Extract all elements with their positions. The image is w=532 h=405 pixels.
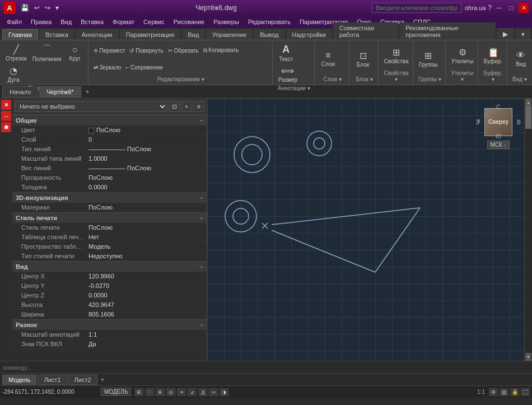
tab-addons[interactable]: Надстройки bbox=[286, 29, 332, 40]
tool-rotate[interactable]: ↺ Повернуть bbox=[128, 43, 165, 59]
tool-text[interactable]: A Текст bbox=[276, 43, 296, 63]
section-view-header[interactable]: Вид − bbox=[12, 261, 207, 272]
tool-groups[interactable]: ⊞ Группы bbox=[417, 43, 440, 75]
transparency-icon[interactable]: ◑ bbox=[220, 388, 228, 396]
tab-collab[interactable]: Совместная работа bbox=[333, 22, 398, 40]
tool-view[interactable]: 👁 Вид bbox=[511, 43, 531, 75]
viewcube[interactable]: Сверху С В Ю З 3 МСК ↓ bbox=[476, 104, 521, 149]
doc-tab-drawing[interactable]: Чертёж6* bbox=[39, 86, 81, 97]
props-quickselect-btn[interactable]: ⊡ bbox=[169, 101, 180, 112]
menu-view[interactable]: Вид bbox=[56, 17, 76, 26]
workspace-icon[interactable]: ▤ bbox=[500, 388, 508, 396]
dyn-icon[interactable]: Д bbox=[198, 388, 207, 396]
section-print-collapse[interactable]: − bbox=[200, 215, 203, 221]
tool-clipboard[interactable]: 📋 Буфер. bbox=[482, 43, 505, 69]
tool-utilities[interactable]: ⚙ Утилиты bbox=[449, 43, 475, 69]
maximize-button[interactable]: □ bbox=[506, 3, 516, 13]
menu-modify[interactable]: Редактировать bbox=[244, 17, 295, 26]
section-general-collapse[interactable]: − bbox=[200, 118, 203, 124]
edit-group-label[interactable]: Редактирование bbox=[92, 75, 270, 83]
view-group-label[interactable]: Вид bbox=[511, 75, 529, 83]
tab-manage[interactable]: Управление bbox=[206, 29, 253, 40]
tab-annotations[interactable]: Аннотации bbox=[76, 29, 119, 40]
help-icon[interactable]: ? bbox=[488, 4, 492, 12]
section-3d-collapse[interactable]: − bbox=[200, 195, 203, 201]
polar-icon[interactable]: ⊕ bbox=[156, 388, 165, 396]
tool-properties[interactable]: ⊞ Свойства bbox=[382, 43, 410, 69]
menu-insert[interactable]: Вставка bbox=[76, 17, 108, 26]
doc-tab-start[interactable]: Начало bbox=[2, 86, 38, 97]
tool-mirror[interactable]: ⇄ Зеркало bbox=[92, 60, 123, 76]
tool-line[interactable]: ╱ Отрезок bbox=[3, 43, 29, 63]
search-input[interactable] bbox=[372, 3, 461, 13]
ucs-icon[interactable]: ⊿ bbox=[188, 388, 197, 396]
linewidth-icon[interactable]: ═ bbox=[209, 388, 218, 396]
redo-quick-btn[interactable]: ↪ bbox=[43, 3, 52, 13]
status-settings-icon[interactable]: ⚙ bbox=[489, 388, 498, 396]
scrollbar-down-btn[interactable]: ▼ bbox=[525, 353, 531, 361]
section-misc-header[interactable]: Разное − bbox=[12, 319, 207, 330]
otrack-icon[interactable]: ∞ bbox=[177, 388, 186, 396]
tool-move[interactable]: ✛ Перемест bbox=[92, 43, 127, 59]
grid-icon[interactable]: ⊞ bbox=[134, 388, 143, 396]
model-tab-add[interactable]: + bbox=[99, 375, 107, 385]
utilities-group-label[interactable]: Утилиты bbox=[449, 69, 475, 83]
side-btn-options[interactable]: ✱ bbox=[1, 122, 11, 132]
tab-extra[interactable]: ▾ bbox=[515, 29, 531, 40]
section-3d-header[interactable]: 3D-визуализация − bbox=[12, 192, 207, 203]
layers-group-label[interactable]: Слои bbox=[318, 75, 347, 83]
model-tab-sheet1[interactable]: Лист1 bbox=[38, 375, 67, 385]
menu-draw[interactable]: Рисование bbox=[169, 17, 209, 26]
properties-group-label[interactable]: Свойства bbox=[382, 69, 410, 83]
scrollbar-thumb[interactable] bbox=[525, 106, 531, 129]
lock-icon[interactable]: 🔒 bbox=[510, 388, 519, 396]
snap-icon[interactable]: ∷ bbox=[145, 388, 154, 396]
tab-more[interactable]: ▶ bbox=[497, 28, 514, 40]
tool-copy[interactable]: ⧉ Копировать bbox=[202, 43, 241, 59]
osnap-icon[interactable]: ◎ bbox=[166, 388, 175, 396]
clipboard-group-label[interactable]: Буфер. bbox=[482, 69, 505, 83]
model-tab-sheet2[interactable]: Лист2 bbox=[68, 375, 97, 385]
block-group-label[interactable]: Блок bbox=[353, 75, 376, 83]
tool-block[interactable]: ⊡ Блок bbox=[353, 43, 373, 75]
scrollbar-up-btn[interactable]: ▲ bbox=[525, 99, 531, 106]
tab-parametric[interactable]: Параметризация bbox=[120, 29, 180, 40]
tool-dimension[interactable]: ⟺ Размер bbox=[276, 64, 300, 84]
side-btn-close[interactable]: ✕ bbox=[1, 100, 11, 110]
tab-recommended[interactable]: Рекомендованные приложения bbox=[399, 22, 496, 40]
tool-layers[interactable]: ≡ Слои bbox=[318, 43, 338, 75]
tool-circle[interactable]: ○ Круг bbox=[65, 43, 85, 63]
tab-view[interactable]: Вид bbox=[181, 29, 205, 40]
more-quick-btn[interactable]: ▾ bbox=[54, 3, 60, 13]
right-scrollbar[interactable]: ▲ ▼ bbox=[524, 99, 532, 361]
undo-quick-btn[interactable]: ↩ bbox=[32, 3, 41, 13]
command-input[interactable] bbox=[3, 364, 529, 371]
menu-service[interactable]: Сервис bbox=[139, 17, 169, 26]
section-general-header[interactable]: Общие − bbox=[12, 115, 207, 125]
menu-dimensions[interactable]: Размеры bbox=[209, 17, 244, 26]
save-quick-btn[interactable]: 💾 bbox=[19, 3, 31, 13]
props-add-btn[interactable]: + bbox=[181, 101, 192, 112]
close-button[interactable]: ✕ bbox=[519, 3, 529, 13]
tab-output[interactable]: Вывод bbox=[254, 29, 284, 40]
model-tab-model[interactable]: Модель bbox=[2, 375, 36, 385]
model-space-btn[interactable]: МОДЕЛЬ bbox=[101, 388, 131, 396]
tab-home[interactable]: Главная bbox=[2, 29, 38, 40]
doc-tab-add[interactable]: + bbox=[82, 87, 93, 97]
section-misc-collapse[interactable]: − bbox=[200, 322, 203, 328]
tool-fillet[interactable]: ⌐ Сопряжение bbox=[124, 60, 165, 76]
side-btn-pin[interactable]: ↔ bbox=[1, 111, 11, 121]
menu-file[interactable]: Файл bbox=[2, 17, 26, 26]
menu-edit[interactable]: Правка bbox=[26, 17, 56, 26]
tool-polyline[interactable]: ⌒ Полилиния bbox=[30, 43, 64, 63]
annotations-group-label[interactable]: Аннотации bbox=[276, 84, 312, 92]
fullscreen-icon[interactable]: ⛶ bbox=[521, 388, 530, 396]
groups-group-label[interactable]: Группы bbox=[417, 75, 443, 83]
section-print-header[interactable]: Стиль печати − bbox=[12, 212, 207, 223]
minimize-button[interactable]: ─ bbox=[494, 3, 504, 13]
tool-trim[interactable]: ✂ Обрезать bbox=[166, 43, 200, 59]
msk-button[interactable]: МСК ↓ bbox=[487, 141, 509, 149]
tab-insert[interactable]: Вставка bbox=[39, 29, 74, 40]
object-selector-dropdown[interactable]: Ничего не выбрано bbox=[15, 101, 167, 112]
tool-arc[interactable]: ◔ Дуга bbox=[3, 64, 24, 84]
